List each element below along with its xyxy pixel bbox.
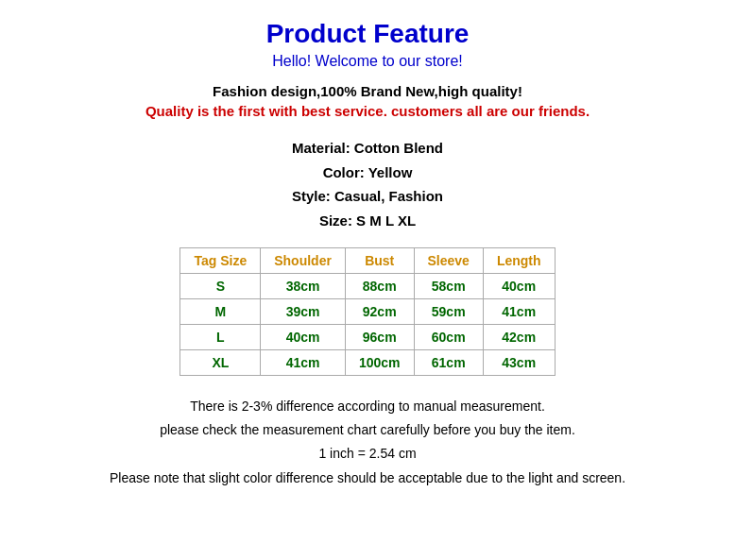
material-spec: Material: Cotton Blend [38, 136, 697, 161]
note-line3: 1 inch = 2.54 cm [38, 442, 697, 466]
page-container: Product Feature Hello! Welcome to our st… [38, 19, 697, 490]
style-spec: Style: Casual, Fashion [38, 184, 697, 209]
fashion-text: Fashion design,100% Brand New,high quali… [38, 83, 697, 99]
note-block: There is 2-3% difference according to ma… [38, 395, 697, 490]
table-cell: 43cm [483, 350, 555, 376]
table-header-cell: Tag Size [180, 248, 261, 274]
note-line1: There is 2-3% difference according to ma… [38, 395, 697, 418]
table-cell: M [180, 299, 261, 325]
table-row: S38cm88cm58cm40cm [180, 274, 555, 299]
table-cell: 38cm [261, 274, 346, 299]
table-cell: XL [180, 350, 261, 376]
color-spec: Color: Yellow [38, 161, 697, 185]
table-cell: 88cm [345, 274, 414, 299]
table-cell: 39cm [261, 299, 346, 325]
table-cell: 41cm [483, 299, 555, 325]
table-row: XL41cm100cm61cm43cm [180, 350, 555, 376]
table-cell: L [180, 325, 261, 350]
table-cell: 42cm [483, 325, 555, 350]
table-header-cell: Bust [345, 248, 414, 274]
size-table: Tag SizeShoulderBustSleeveLength S38cm88… [179, 247, 555, 376]
size-spec: Size: S M L XL [38, 209, 697, 233]
note-line2: please check the measurement chart caref… [38, 418, 697, 442]
table-cell: 100cm [345, 350, 414, 376]
table-cell: 59cm [414, 299, 483, 325]
table-header-cell: Length [483, 248, 555, 274]
specs-block: Material: Cotton Blend Color: Yellow Sty… [38, 136, 697, 232]
table-cell: 58cm [414, 274, 483, 299]
table-cell: 61cm [414, 350, 483, 376]
product-feature-title: Product Feature [38, 19, 697, 49]
table-cell: 96cm [345, 325, 414, 350]
note-line4: Please note that slight color difference… [38, 467, 697, 490]
table-header-cell: Sleeve [414, 248, 483, 274]
table-row: M39cm92cm59cm41cm [180, 299, 555, 325]
table-header-cell: Shoulder [261, 248, 346, 274]
welcome-text: Hello! Welcome to our store! [38, 53, 697, 70]
table-row: L40cm96cm60cm42cm [180, 325, 555, 350]
table-header-row: Tag SizeShoulderBustSleeveLength [180, 248, 555, 274]
table-cell: 40cm [261, 325, 346, 350]
table-cell: 92cm [345, 299, 414, 325]
table-cell: 60cm [414, 325, 483, 350]
table-cell: S [180, 274, 261, 299]
table-cell: 41cm [261, 350, 346, 376]
table-cell: 40cm [483, 274, 555, 299]
size-table-wrapper: Tag SizeShoulderBustSleeveLength S38cm88… [38, 247, 697, 376]
quality-text: Quality is the first with best service. … [38, 103, 697, 119]
